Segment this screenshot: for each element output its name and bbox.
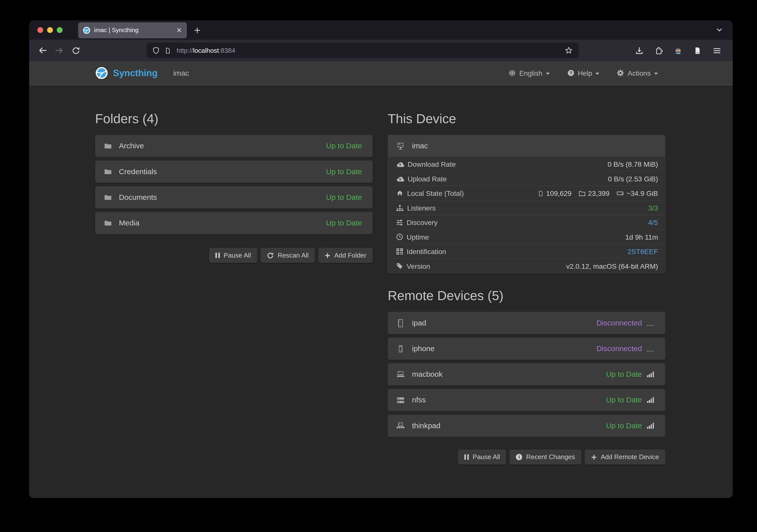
browser-tab-bar: imac | Syncthing ✕ — [29, 20, 733, 40]
menu-language-label: English — [519, 69, 542, 77]
new-tab-button[interactable] — [194, 26, 201, 34]
browser-toolbar: http://localhost:8384 — [29, 40, 733, 61]
device-stat-row: Download Rate 0 B/s (8.78 MiB) — [388, 156, 665, 171]
local-directories-count: 23,399 — [588, 189, 609, 197]
caret-down-icon — [654, 72, 658, 74]
device-stat-row: Uptime 1d 9h 11m — [388, 229, 665, 244]
device-stat-row: Identification 2ST6EEF — [388, 244, 665, 258]
add-folder-button[interactable]: Add Folder — [318, 248, 373, 263]
caret-down-icon — [596, 72, 600, 74]
close-window-button[interactable] — [37, 27, 43, 33]
rescan-all-button[interactable]: Rescan All — [261, 248, 315, 263]
home-icon — [396, 190, 404, 197]
svg-text:?: ? — [569, 70, 572, 76]
local-size-value: ~34.9 GiB — [626, 189, 658, 197]
clock-icon — [396, 233, 403, 240]
folder-status: Up to Date — [326, 219, 362, 227]
cloud-download-icon — [396, 161, 404, 167]
macbook-device-icon — [396, 370, 405, 379]
page-content: Syncthing imac English ? Help — [29, 61, 733, 498]
bookmark-star-icon[interactable] — [565, 46, 572, 54]
browser-tab[interactable]: imac | Syncthing ✕ — [78, 22, 187, 38]
document-extension-icon[interactable] — [691, 46, 704, 54]
zoom-window-button[interactable] — [57, 27, 63, 33]
remote-device-row-ipad[interactable]: ipad Disconnected — [388, 312, 665, 334]
download-rate-value: 0 B/s (8.78 MiB) — [608, 160, 658, 168]
pause-all-devices-button[interactable]: Pause All — [458, 449, 506, 464]
forward-button[interactable] — [52, 43, 66, 57]
device-stat-row: Local State (Total) 109,629 23,399 ~34.9… — [388, 186, 665, 200]
extensions-puzzle-icon[interactable] — [652, 46, 665, 54]
screen: imac | Syncthing ✕ http://loc — [0, 0, 757, 532]
browser-window: imac | Syncthing ✕ http://loc — [29, 20, 733, 498]
tab-list-chevron-icon[interactable] — [716, 26, 723, 33]
pause-icon — [215, 253, 220, 258]
info-circle-icon: i — [516, 454, 522, 460]
device-stat-row: Upload Rate 0 B/s (2.53 GiB) — [388, 171, 665, 186]
syncthing-header: Syncthing imac English ? Help — [29, 61, 733, 85]
folder-row-documents[interactable]: Documents Up to Date — [95, 186, 373, 209]
uptime-value: 1d 9h 11m — [625, 233, 658, 240]
skull-extension-icon[interactable] — [672, 46, 684, 55]
ipad-device-icon — [396, 318, 405, 327]
remote-device-status: Disconnected — [596, 344, 642, 353]
nfss-device-icon — [396, 395, 405, 405]
gear-icon — [617, 70, 624, 77]
upload-rate-value: 0 B/s (2.53 GiB) — [608, 175, 658, 182]
back-button[interactable] — [36, 43, 49, 57]
this-device-header[interactable]: imac — [388, 135, 665, 157]
remote-device-name: macbook — [412, 370, 442, 379]
caret-down-icon — [546, 72, 550, 74]
page-info-icon[interactable] — [165, 47, 171, 54]
url-bar[interactable]: http://localhost:8384 — [147, 42, 578, 58]
signal-bars-icon — [647, 422, 655, 429]
header-device-name: imac — [173, 69, 189, 77]
remote-device-row-thinkpad[interactable]: thinkpad Up to Date — [388, 414, 665, 437]
syncthing-brand[interactable]: Syncthing — [95, 67, 158, 80]
signal-none-icon — [647, 320, 655, 326]
question-circle-icon: ? — [567, 70, 574, 77]
menu-language[interactable]: English — [508, 69, 550, 77]
device-stat-row: Discovery 4/5 — [388, 215, 665, 229]
menu-help-label: Help — [578, 69, 592, 77]
folder-name: Documents — [119, 193, 157, 202]
iphone-device-icon — [396, 344, 405, 353]
remote-device-name: iphone — [412, 344, 435, 353]
folder-icon — [103, 142, 112, 150]
pause-all-folders-button[interactable]: Pause All — [209, 248, 257, 263]
downloads-icon[interactable] — [633, 46, 646, 54]
pause-icon — [465, 454, 469, 460]
remote-device-row-macbook[interactable]: macbook Up to Date — [388, 363, 665, 386]
remote-device-row-nfss[interactable]: nfss Up to Date — [388, 389, 665, 411]
folder-icon — [103, 219, 112, 227]
folder-row-media[interactable]: Media Up to Date — [95, 212, 373, 235]
add-remote-device-button[interactable]: Add Remote Device — [585, 449, 665, 464]
remote-devices-heading: Remote Devices (5) — [388, 288, 665, 304]
signal-bars-icon — [647, 397, 655, 403]
tab-close-icon[interactable]: ✕ — [176, 27, 182, 33]
menu-hamburger-icon[interactable] — [711, 46, 723, 54]
reload-button[interactable] — [69, 43, 83, 57]
window-controls — [37, 27, 63, 33]
qr-code-icon — [396, 248, 403, 255]
folder-row-credentials[interactable]: Credentials Up to Date — [95, 160, 373, 183]
folder-row-archive[interactable]: Archive Up to Date — [95, 135, 373, 157]
remote-device-status: Up to Date — [606, 370, 642, 379]
file-icon — [538, 190, 544, 197]
this-device-panel: imac Download Rate 0 B/s (8.78 MiB) Uplo… — [388, 135, 665, 273]
imac-device-icon — [396, 141, 405, 151]
signal-none-icon — [647, 345, 655, 352]
signal-bars-icon — [647, 371, 655, 378]
minimize-window-button[interactable] — [47, 27, 53, 33]
menu-actions[interactable]: Actions — [617, 69, 658, 77]
remote-device-row-iphone[interactable]: iphone Disconnected — [388, 337, 665, 360]
url-text: http://localhost:8384 — [176, 47, 235, 54]
hdd-icon — [616, 190, 624, 196]
menu-help[interactable]: ? Help — [567, 69, 599, 77]
folder-outline-icon — [578, 190, 586, 196]
syncthing-logo-icon — [95, 67, 108, 80]
recent-changes-button[interactable]: i Recent Changes — [510, 449, 582, 464]
device-stat-row: Listeners 3/3 — [388, 200, 665, 215]
shield-icon[interactable] — [152, 46, 160, 54]
identification-link[interactable]: 2ST6EEF — [627, 248, 658, 255]
